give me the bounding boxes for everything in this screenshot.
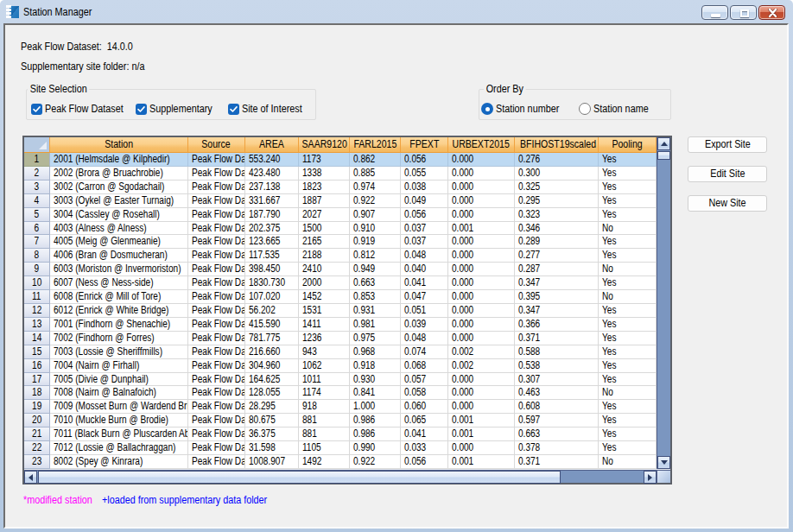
cell-saar9120[interactable]: 1887 — [299, 194, 350, 208]
table-row[interactable]: 22002 (Brora @ Bruachrobie)Peak Flow Dat… — [24, 167, 657, 180]
table-row[interactable]: 157003 (Lossie @ Sheriffmills)Peak Flow … — [24, 345, 657, 359]
cell-source[interactable]: Peak Flow Dataset — [188, 441, 245, 455]
cell-bfihost19scaled[interactable]: 0.366 — [515, 318, 599, 332]
cell-urbext2015[interactable]: 0.001 — [448, 428, 515, 441]
cell-farl2015[interactable]: 0.663 — [350, 276, 401, 290]
row-header[interactable]: 10 — [24, 276, 50, 290]
row-header[interactable]: 17 — [24, 373, 50, 387]
cell-area[interactable]: 31.598 — [245, 441, 299, 455]
cell-urbext2015[interactable]: 0.000 — [448, 263, 515, 276]
cell-pooling[interactable]: Yes — [599, 332, 657, 345]
cell-pooling[interactable]: Yes — [599, 194, 657, 208]
cell-bfihost19scaled[interactable]: 0.289 — [515, 235, 599, 249]
cell-bfihost19scaled[interactable]: 0.325 — [515, 180, 599, 194]
cell-fpext[interactable]: 0.065 — [401, 414, 448, 428]
scroll-right-button[interactable] — [644, 471, 657, 484]
row-header[interactable]: 23 — [24, 455, 50, 469]
cell-pooling[interactable]: Yes — [599, 318, 657, 332]
cell-farl2015[interactable]: 0.907 — [350, 208, 401, 222]
cell-bfihost19scaled[interactable]: 0.276 — [515, 153, 599, 167]
cell-saar9120[interactable]: 1338 — [299, 167, 350, 180]
cell-saar9120[interactable]: 1411 — [299, 318, 350, 332]
cell-source[interactable]: Peak Flow Dataset — [188, 373, 245, 387]
cell-farl2015[interactable]: 0.986 — [350, 414, 401, 428]
cell-urbext2015[interactable]: 0.000 — [448, 304, 515, 318]
row-header[interactable]: 8 — [24, 249, 50, 263]
cell-urbext2015[interactable]: 0.000 — [448, 167, 515, 180]
row-header[interactable]: 7 — [24, 235, 50, 249]
cell-area[interactable]: 128.055 — [245, 386, 299, 400]
cell-pooling[interactable]: Yes — [599, 345, 657, 359]
cell-urbext2015[interactable]: 0.002 — [448, 345, 515, 359]
column-header-urbext2015[interactable]: URBEXT2015 — [448, 137, 515, 153]
table-row[interactable]: 126012 (Enrick @ White Bridge)Peak Flow … — [24, 304, 657, 318]
cell-area[interactable]: 331.667 — [245, 194, 299, 208]
cell-saar9120[interactable]: 1452 — [299, 290, 350, 304]
cell-source[interactable]: Peak Flow Dataset — [188, 208, 245, 222]
cell-fpext[interactable]: 0.057 — [401, 373, 448, 387]
cell-station[interactable]: 6003 (Moriston @ Invermoriston) — [50, 263, 188, 276]
scroll-left-button[interactable] — [24, 471, 37, 484]
cell-fpext[interactable]: 0.074 — [401, 345, 448, 359]
cell-bfihost19scaled[interactable]: 0.323 — [515, 208, 599, 222]
cell-pooling[interactable]: Yes — [599, 441, 657, 455]
new-site-button[interactable]: New Site — [688, 195, 767, 212]
cell-saar9120[interactable]: 1105 — [299, 441, 350, 455]
cell-urbext2015[interactable]: 0.000 — [448, 276, 515, 290]
cell-bfihost19scaled[interactable]: 0.346 — [515, 222, 599, 236]
cell-urbext2015[interactable]: 0.000 — [448, 441, 515, 455]
cell-fpext[interactable]: 0.056 — [401, 455, 448, 469]
table-row[interactable]: 96003 (Moriston @ Invermoriston)Peak Flo… — [24, 263, 657, 276]
cell-saar9120[interactable]: 918 — [299, 400, 350, 414]
row-header[interactable]: 16 — [24, 359, 50, 373]
cell-saar9120[interactable]: 943 — [299, 345, 350, 359]
cell-fpext[interactable]: 0.033 — [401, 441, 448, 455]
cell-bfihost19scaled[interactable]: 0.588 — [515, 345, 599, 359]
cell-station[interactable]: 7010 (Muckle Burn @ Brodie) — [50, 414, 188, 428]
cell-farl2015[interactable]: 0.885 — [350, 167, 401, 180]
cell-area[interactable]: 216.660 — [245, 345, 299, 359]
cell-station[interactable]: 7005 (Divie @ Dunphail) — [50, 373, 188, 387]
cell-source[interactable]: Peak Flow Dataset — [188, 180, 245, 194]
cell-saar9120[interactable]: 1531 — [299, 304, 350, 318]
cell-urbext2015[interactable]: 0.000 — [448, 153, 515, 167]
cell-farl2015[interactable]: 0.853 — [350, 290, 401, 304]
cell-station[interactable]: 2002 (Brora @ Bruachrobie) — [50, 167, 188, 180]
cell-fpext[interactable]: 0.051 — [401, 304, 448, 318]
cell-pooling[interactable]: Yes — [599, 167, 657, 180]
cell-farl2015[interactable]: 1.000 — [350, 400, 401, 414]
cell-fpext[interactable]: 0.037 — [401, 235, 448, 249]
table-row[interactable]: 116008 (Enrick @ Mill of Tore)Peak Flow … — [24, 290, 657, 304]
cell-fpext[interactable]: 0.038 — [401, 180, 448, 194]
cell-pooling[interactable]: Yes — [599, 400, 657, 414]
cell-bfihost19scaled[interactable]: 0.463 — [515, 386, 599, 400]
table-row[interactable]: 33002 (Carron @ Sgodachail)Peak Flow Dat… — [24, 180, 657, 194]
cell-bfihost19scaled[interactable]: 0.538 — [515, 359, 599, 373]
cell-source[interactable]: Peak Flow Dataset — [188, 428, 245, 441]
cell-fpext[interactable]: 0.040 — [401, 263, 448, 276]
cell-urbext2015[interactable]: 0.001 — [448, 414, 515, 428]
cell-station[interactable]: 7003 (Lossie @ Sheriffmills) — [50, 345, 188, 359]
cell-farl2015[interactable]: 0.862 — [350, 153, 401, 167]
cell-pooling[interactable]: Yes — [599, 414, 657, 428]
cell-station[interactable]: 7011 (Black Burn @ Pluscarden Abbey) — [50, 428, 188, 441]
vertical-scroll-thumb[interactable] — [657, 151, 670, 160]
cell-bfihost19scaled[interactable]: 0.371 — [515, 332, 599, 345]
cell-bfihost19scaled[interactable]: 0.608 — [515, 400, 599, 414]
cell-area[interactable]: 164.625 — [245, 373, 299, 387]
cell-station[interactable]: 4006 (Bran @ Dosmucheran) — [50, 249, 188, 263]
cell-station[interactable]: 3004 (Cassley @ Rosehall) — [50, 208, 188, 222]
cell-station[interactable]: 7012 (Lossie @ Ballachraggan) — [50, 441, 188, 455]
scroll-up-button[interactable] — [657, 137, 670, 150]
cell-saar9120[interactable]: 2165 — [299, 235, 350, 249]
table-row[interactable]: 147002 (Findhorn @ Forres)Peak Flow Data… — [24, 332, 657, 345]
table-row[interactable]: 177005 (Divie @ Dunphail)Peak Flow Datas… — [24, 373, 657, 387]
cell-urbext2015[interactable]: 0.000 — [448, 290, 515, 304]
row-header[interactable]: 21 — [24, 428, 50, 441]
column-header-area[interactable]: AREA — [245, 137, 299, 153]
cell-urbext2015[interactable]: 0.000 — [448, 180, 515, 194]
cell-bfihost19scaled[interactable]: 0.307 — [515, 373, 599, 387]
table-row[interactable]: 217011 (Black Burn @ Pluscarden Abbey)Pe… — [24, 428, 657, 441]
table-row[interactable]: 12001 (Helmsdale @ Kilphedir)Peak Flow D… — [24, 153, 657, 167]
row-header[interactable]: 11 — [24, 290, 50, 304]
